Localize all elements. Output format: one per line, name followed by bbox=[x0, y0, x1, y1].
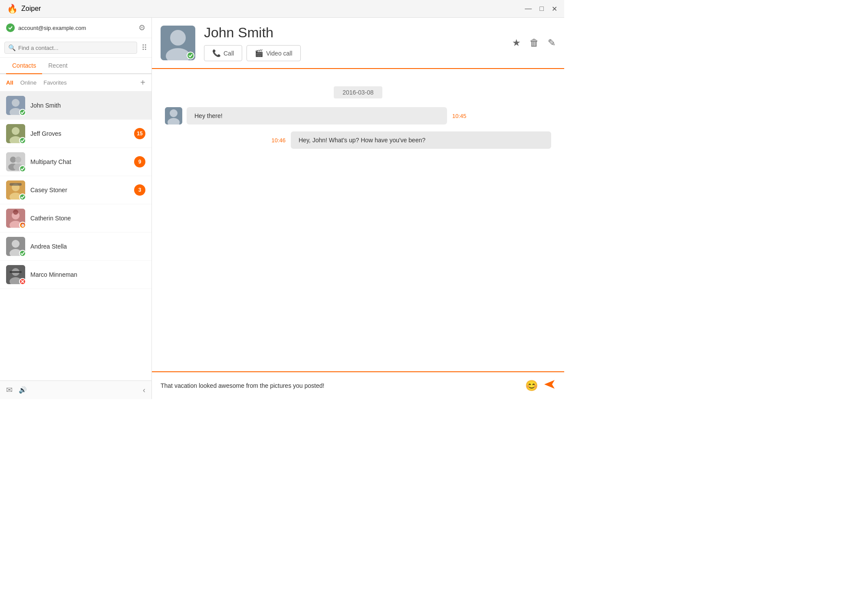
svg-rect-25 bbox=[10, 271, 22, 273]
emoji-button[interactable]: 😊 bbox=[525, 380, 538, 392]
contact-name-catherin: Catherin Stone bbox=[30, 215, 145, 222]
contact-header-name: John Smith bbox=[204, 25, 512, 41]
account-left: account@sip.example.com bbox=[6, 23, 86, 32]
maximize-button[interactable]: □ bbox=[539, 5, 544, 13]
contact-item-multiparty[interactable]: Multiparty Chat 9 bbox=[0, 148, 151, 176]
settings-icon[interactable]: ⚙ bbox=[138, 23, 145, 33]
status-badge-jeff bbox=[19, 137, 26, 144]
svg-point-4 bbox=[12, 127, 20, 135]
contact-item-marco-minneman[interactable]: Marco Minneman bbox=[0, 261, 151, 289]
contact-item-john-smith[interactable]: John Smith bbox=[0, 92, 151, 120]
contact-item-casey-stoner[interactable]: Casey Stoner 3 bbox=[0, 176, 151, 204]
video-icon: 🎬 bbox=[255, 49, 263, 57]
search-input[interactable] bbox=[18, 45, 133, 51]
filter-row: All Online Favorites + bbox=[0, 74, 151, 92]
add-contact-button[interactable]: + bbox=[140, 78, 145, 88]
message-row-outgoing: 10:46 Hey, John! What's up? How have you… bbox=[165, 131, 551, 149]
star-icon[interactable]: ★ bbox=[512, 37, 521, 49]
contact-header-avatar bbox=[161, 26, 195, 60]
date-divider: 2016-03-08 bbox=[165, 86, 551, 98]
contact-header-status bbox=[187, 52, 194, 59]
filter-all[interactable]: All bbox=[6, 79, 13, 86]
minimize-button[interactable]: — bbox=[525, 5, 532, 13]
phone-icon: 📞 bbox=[212, 49, 221, 57]
contact-item-andrea-stella[interactable]: Andrea Stella bbox=[0, 233, 151, 261]
filter-online[interactable]: Online bbox=[20, 79, 37, 86]
avatar-wrap-catherin: ⏰ bbox=[6, 209, 25, 228]
contact-header: John Smith 📞 Call 🎬 Video call ★ 🗑 ✎ bbox=[152, 18, 564, 69]
svg-point-29 bbox=[170, 30, 186, 46]
delete-icon[interactable]: 🗑 bbox=[529, 37, 539, 49]
contact-name-jeff: Jeff Groves bbox=[30, 130, 134, 137]
msg-time-incoming: 10:45 bbox=[452, 113, 467, 119]
contact-list: John Smith Jeff Groves bbox=[0, 92, 151, 380]
msg-time-outgoing: 10:46 bbox=[271, 137, 286, 144]
badge-multi: 9 bbox=[134, 156, 145, 167]
tab-recent[interactable]: Recent bbox=[42, 58, 73, 73]
tab-contacts[interactable]: Contacts bbox=[6, 58, 42, 73]
call-button[interactable]: 📞 Call bbox=[204, 45, 242, 61]
badge-casey: 3 bbox=[134, 184, 145, 196]
contact-header-tools: ★ 🗑 ✎ bbox=[512, 37, 556, 49]
grid-view-icon[interactable]: ⠿ bbox=[141, 43, 147, 52]
account-row: account@sip.example.com ⚙ bbox=[0, 18, 151, 38]
sidebar: account@sip.example.com ⚙ 🔍 ⠿ Contacts R… bbox=[0, 18, 152, 399]
svg-point-9 bbox=[15, 157, 21, 163]
main-layout: account@sip.example.com ⚙ 🔍 ⠿ Contacts R… bbox=[0, 18, 564, 399]
chat-area: 2016-03-08 Hey there! 10:45 10:46 bbox=[152, 69, 564, 371]
titlebar: 🔥 Zoiper — □ ✕ bbox=[0, 0, 564, 18]
search-row: 🔍 ⠿ bbox=[0, 38, 151, 58]
status-badge-catherin: ⏰ bbox=[19, 222, 26, 229]
filter-favorites[interactable]: Favorites bbox=[43, 79, 66, 86]
video-call-button[interactable]: 🎬 Video call bbox=[247, 45, 300, 61]
status-badge-andrea bbox=[19, 250, 26, 257]
svg-point-7 bbox=[10, 157, 16, 163]
avatar-wrap-john bbox=[6, 96, 25, 115]
message-row-incoming: Hey there! 10:45 bbox=[165, 107, 551, 125]
titlebar-left: 🔥 Zoiper bbox=[7, 3, 41, 14]
message-input[interactable]: That vacation looked awesome from the pi… bbox=[161, 382, 525, 389]
avatar-wrap-jeff bbox=[6, 124, 25, 143]
input-area: That vacation looked awesome from the pi… bbox=[152, 371, 564, 399]
contact-name-multi: Multiparty Chat bbox=[30, 158, 134, 165]
svg-point-1 bbox=[12, 99, 20, 107]
volume-icon[interactable]: 🔊 bbox=[19, 386, 27, 394]
sidebar-bottom-icons: ✉ 🔊 bbox=[6, 385, 27, 395]
search-box: 🔍 bbox=[4, 42, 137, 54]
svg-rect-14 bbox=[10, 183, 22, 186]
account-email: account@sip.example.com bbox=[18, 25, 86, 31]
contact-name-john: John Smith bbox=[30, 102, 145, 109]
collapse-sidebar-icon[interactable]: ‹ bbox=[143, 386, 145, 395]
contact-header-actions: 📞 Call 🎬 Video call bbox=[204, 45, 512, 61]
contact-name-marco: Marco Minneman bbox=[30, 271, 145, 278]
content-area: John Smith 📞 Call 🎬 Video call ★ 🗑 ✎ bbox=[152, 18, 564, 399]
avatar-wrap-marco bbox=[6, 265, 25, 284]
input-actions: 😊 bbox=[525, 378, 556, 393]
svg-point-32 bbox=[170, 109, 178, 117]
status-badge-john bbox=[19, 109, 26, 116]
status-badge-casey bbox=[19, 193, 26, 200]
contact-item-jeff-groves[interactable]: Jeff Groves 15 bbox=[0, 120, 151, 148]
msg-bubble-outgoing: Hey, John! What's up? How have you've be… bbox=[291, 131, 551, 149]
send-button[interactable] bbox=[543, 378, 556, 393]
titlebar-controls: — □ ✕ bbox=[525, 5, 557, 13]
contact-name-casey: Casey Stoner bbox=[30, 187, 134, 193]
account-status-circle bbox=[6, 23, 15, 32]
app-logo: 🔥 bbox=[7, 3, 18, 14]
close-button[interactable]: ✕ bbox=[552, 5, 557, 13]
edit-icon[interactable]: ✎ bbox=[548, 37, 556, 49]
contact-name-andrea: Andrea Stella bbox=[30, 243, 145, 250]
msg-bubble-incoming: Hey there! bbox=[187, 107, 447, 125]
sidebar-bottom: ✉ 🔊 ‹ bbox=[0, 380, 151, 399]
app-title: Zoiper bbox=[21, 5, 41, 13]
svg-point-18 bbox=[13, 210, 18, 215]
badge-jeff: 15 bbox=[134, 128, 145, 139]
avatar-wrap-casey bbox=[6, 180, 25, 200]
contact-item-catherin-stone[interactable]: ⏰ Catherin Stone bbox=[0, 204, 151, 233]
mail-icon[interactable]: ✉ bbox=[6, 385, 13, 395]
svg-marker-34 bbox=[544, 380, 555, 389]
svg-point-20 bbox=[12, 240, 20, 248]
tab-bar: Contacts Recent bbox=[0, 58, 151, 74]
search-icon: 🔍 bbox=[8, 44, 16, 51]
status-badge-marco bbox=[19, 278, 26, 285]
